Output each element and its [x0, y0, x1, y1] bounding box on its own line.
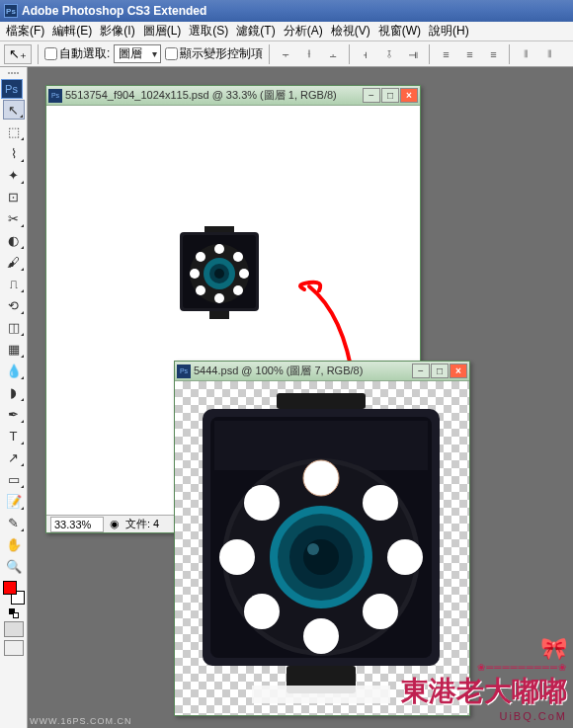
hand-tool[interactable]: ✋ [3, 534, 25, 554]
divider [349, 44, 350, 64]
crop-tool[interactable]: ⊡ [3, 187, 25, 206]
show-transform-label: 顯示變形控制項 [180, 45, 263, 62]
svg-rect-15 [209, 311, 229, 319]
eyedropper-tool[interactable]: ✎ [3, 513, 25, 532]
divider [429, 44, 430, 64]
distribute-hcenter-icon[interactable]: ⦀ [539, 45, 559, 63]
heal-tool[interactable]: ◐ [3, 230, 25, 250]
menu-analysis[interactable]: 分析(A) [280, 21, 327, 41]
svg-point-35 [244, 485, 280, 521]
svg-point-8 [233, 252, 243, 262]
default-colors-icon[interactable] [9, 608, 19, 618]
divider [269, 44, 270, 64]
menu-view[interactable]: 檢視(V) [327, 21, 374, 41]
stamp-tool[interactable]: ⎍ [3, 274, 25, 293]
menu-select[interactable]: 選取(S) [185, 21, 232, 41]
screenmode-toggle[interactable] [4, 640, 24, 656]
eraser-tool[interactable]: ◫ [3, 317, 25, 337]
doc2-titlebar[interactable]: Ps 5444.psd @ 100% (圖層 7, RGB/8) − □ × [175, 362, 469, 381]
svg-point-9 [239, 269, 249, 279]
ps-logo-icon: Ps [1, 79, 23, 99]
show-transform-checkbox[interactable]: 顯示變形控制項 [165, 45, 263, 62]
svg-point-25 [303, 539, 339, 575]
doc2-canvas[interactable] [175, 381, 469, 715]
camera-image-small [175, 224, 264, 323]
app-icon: Ps [4, 4, 18, 18]
doc1-title: 5513754_f904_1024x115.psd @ 33.3% (圖層 1,… [65, 88, 363, 103]
svg-point-14 [196, 252, 205, 262]
svg-point-11 [214, 293, 224, 303]
svg-point-31 [363, 594, 398, 629]
doc2-maximize-button[interactable]: □ [431, 364, 449, 378]
align-left-icon[interactable]: ⫞ [356, 45, 375, 63]
color-swatches[interactable] [3, 581, 25, 605]
align-top-icon[interactable]: ⫟ [276, 45, 295, 63]
ps-doc-icon: Ps [48, 89, 62, 103]
auto-select-dropdown[interactable]: 圖層 [114, 44, 161, 63]
doc1-close-button[interactable]: × [400, 88, 418, 103]
menu-layer[interactable]: 圖層(L) [139, 21, 186, 41]
align-bottom-icon[interactable]: ⫠ [323, 45, 343, 63]
panel-grip[interactable] [2, 69, 26, 77]
app-title: Adobe Photoshop CS3 Extended [22, 4, 206, 18]
path-tool[interactable]: ↗ [3, 447, 25, 467]
distribute-top-icon[interactable]: ≡ [436, 45, 455, 63]
align-vcenter-icon[interactable]: ⫲ [299, 45, 319, 63]
brush-tool[interactable]: 🖌 [3, 252, 25, 272]
doc2-close-button[interactable]: × [450, 364, 467, 378]
svg-rect-37 [252, 686, 390, 703]
options-bar: ↖₊ 自動選取: 圖層 顯示變形控制項 ⫟ ⫲ ⫠ ⫞ ⫱ ⫣ ≡ ≡ ≡ ⦀ … [0, 41, 573, 67]
wand-tool[interactable]: ✦ [3, 165, 25, 185]
doc1-titlebar[interactable]: Ps 5513754_f904_1024x115.psd @ 33.3% (圖層… [46, 86, 420, 106]
lasso-tool[interactable]: ⌇ [3, 143, 25, 163]
foreground-color[interactable] [3, 581, 17, 595]
doc2-title: 5444.psd @ 100% (圖層 7, RGB/8) [194, 364, 412, 378]
zoom-tool[interactable]: 🔍 [3, 556, 25, 576]
align-hcenter-icon[interactable]: ⫱ [379, 45, 399, 63]
notes-tool[interactable]: 📝 [3, 491, 25, 511]
svg-point-7 [214, 244, 224, 254]
current-tool-indicator[interactable]: ↖₊ [4, 44, 32, 64]
distribute-left-icon[interactable]: ⦀ [516, 45, 535, 63]
distribute-vcenter-icon[interactable]: ≡ [459, 45, 479, 63]
marquee-tool[interactable]: ⬚ [3, 121, 25, 141]
doc1-zoom-field[interactable]: 33.33% [50, 517, 104, 532]
doc1-minimize-button[interactable]: − [363, 88, 380, 103]
svg-rect-16 [277, 393, 366, 409]
gradient-tool[interactable]: ▦ [3, 339, 25, 359]
svg-point-34 [219, 539, 255, 575]
svg-point-26 [307, 543, 319, 555]
shape-tool[interactable]: ▭ [3, 469, 25, 489]
svg-point-29 [363, 485, 398, 521]
move-tool[interactable]: ↖ [3, 100, 25, 120]
blur-tool[interactable]: 💧 [3, 361, 25, 380]
quickmask-toggle[interactable] [4, 621, 24, 637]
svg-point-13 [190, 269, 200, 279]
tool-panel: Ps ↖ ⬚ ⌇ ✦ ⊡ ✂ ◐ 🖌 ⎍ ⟲ ◫ ▦ 💧 ◗ ✒ T ↗ ▭ 📝… [0, 67, 28, 728]
menu-window[interactable]: 視窗(W) [374, 21, 425, 41]
divider [38, 44, 39, 64]
align-right-icon[interactable]: ⫣ [403, 45, 423, 63]
menu-filter[interactable]: 濾鏡(T) [232, 21, 279, 41]
document-window-2[interactable]: Ps 5444.psd @ 100% (圖層 7, RGB/8) − □ × [174, 361, 470, 716]
doc1-maximize-button[interactable]: □ [381, 88, 399, 103]
slice-tool[interactable]: ✂ [3, 208, 25, 228]
svg-rect-0 [205, 226, 234, 232]
doc2-minimize-button[interactable]: − [412, 364, 430, 378]
menubar: 檔案(F) 編輯(E) 影像(I) 圖層(L) 選取(S) 濾鏡(T) 分析(A… [0, 22, 573, 41]
menu-help[interactable]: 說明(H) [425, 21, 473, 41]
ps-doc-icon: Ps [177, 364, 191, 378]
pen-tool[interactable]: ✒ [3, 404, 25, 424]
menu-file[interactable]: 檔案(F) [2, 21, 48, 41]
menu-edit[interactable]: 編輯(E) [48, 21, 96, 41]
distribute-bottom-icon[interactable]: ≡ [483, 45, 503, 63]
history-brush-tool[interactable]: ⟲ [3, 295, 25, 315]
svg-point-33 [244, 594, 280, 629]
menu-image[interactable]: 影像(I) [96, 21, 138, 41]
doc1-file-info: 文件: 4 [125, 517, 159, 531]
auto-select-checkbox[interactable]: 自動選取: [44, 45, 110, 62]
dodge-tool[interactable]: ◗ [3, 382, 25, 402]
type-tool[interactable]: T [3, 426, 25, 445]
svg-point-12 [196, 285, 205, 295]
doc1-zoom-icon[interactable]: ◉ [110, 518, 120, 530]
